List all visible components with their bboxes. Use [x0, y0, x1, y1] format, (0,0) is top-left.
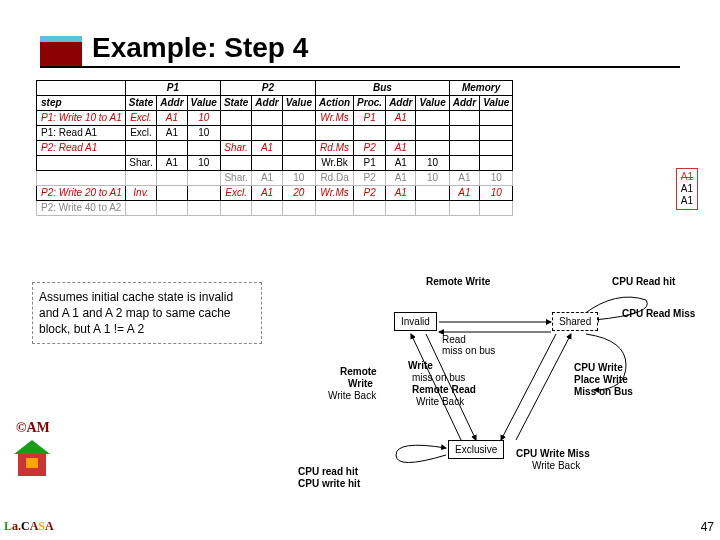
cell: 20 — [282, 186, 315, 201]
lbl-cpu-read-hit2: CPU read hit — [298, 466, 358, 477]
cell — [316, 201, 354, 216]
cell — [37, 171, 126, 186]
cell — [125, 141, 156, 156]
cell — [282, 156, 315, 171]
cell: P1: Read A1 — [37, 126, 126, 141]
cell — [125, 171, 156, 186]
logo-body — [18, 454, 46, 476]
table-row: P2: Write 40 to A2 — [37, 201, 513, 216]
cell — [316, 126, 354, 141]
cell — [416, 141, 449, 156]
cell: Rd.Da — [316, 171, 354, 186]
cell — [282, 201, 315, 216]
cell — [449, 156, 479, 171]
cell: A1 — [386, 171, 416, 186]
lbl-write-back2: Write Back — [416, 396, 464, 407]
svg-line-5 — [516, 334, 571, 440]
title-accent-bar — [40, 42, 82, 68]
cell — [220, 156, 251, 171]
cell: A1 — [157, 126, 187, 141]
hdr-p2: P2 — [220, 81, 315, 96]
cell: A1 — [386, 186, 416, 201]
assumption-text: Assumes initial cache state is invalid a… — [32, 282, 262, 344]
cell: Wr.Bk — [316, 156, 354, 171]
cell: Shar. — [220, 171, 251, 186]
lbl-cpu-write-miss: CPU Write Miss — [516, 448, 590, 459]
cell: 10 — [187, 156, 220, 171]
cell: A1 — [252, 186, 282, 201]
cell — [416, 201, 449, 216]
hdr-bus: Bus — [316, 81, 450, 96]
cell: Excl. — [220, 186, 251, 201]
col-state: State — [220, 96, 251, 111]
cell — [480, 201, 513, 216]
lbl-cpu-write: CPU Write — [574, 362, 623, 373]
hdr-mem: Memory — [449, 81, 513, 96]
table-row: P2: Write 20 to A1Inv.Excl.A120Wr.MsP2A1… — [37, 186, 513, 201]
lbl-write2: Write — [348, 378, 373, 389]
cell: Excl. — [125, 111, 156, 126]
cell: 10 — [282, 171, 315, 186]
copyright: ©AM — [16, 420, 50, 436]
memory-annotation: A1 A1 A1 — [676, 168, 698, 210]
cell: A1 — [386, 141, 416, 156]
cell: P2: Write 20 to A1 — [37, 186, 126, 201]
cell — [220, 201, 251, 216]
cell — [449, 141, 479, 156]
cell: A1 — [252, 171, 282, 186]
cell — [157, 141, 187, 156]
cell: A1 — [386, 111, 416, 126]
cell: Wr.Ms — [316, 111, 354, 126]
cell: A1 — [449, 186, 479, 201]
col-action: Action — [316, 96, 354, 111]
col-addr: Addr — [252, 96, 282, 111]
cell: Shar. — [220, 141, 251, 156]
cell — [449, 201, 479, 216]
cell — [480, 126, 513, 141]
lbl-cpu-write-hit: CPU write hit — [298, 478, 360, 489]
cell — [187, 141, 220, 156]
cell — [220, 126, 251, 141]
lbl-cpu-read-hit: CPU Read hit — [612, 276, 675, 287]
cell — [354, 126, 386, 141]
cell: 10 — [480, 171, 513, 186]
col-state: State — [125, 96, 156, 111]
col-value: Value — [187, 96, 220, 111]
title-underline — [40, 66, 680, 68]
lbl-place-write: Place Write — [574, 374, 628, 385]
table-row: P1: Read A1Excl.A110 — [37, 126, 513, 141]
table-row: Shar.A110Wr.BkP1A110 — [37, 156, 513, 171]
cell: 10 — [416, 156, 449, 171]
cell: P2 — [354, 171, 386, 186]
cell — [187, 201, 220, 216]
cell — [282, 126, 315, 141]
cell: Excl. — [125, 126, 156, 141]
cell — [480, 156, 513, 171]
cell: A1 — [386, 156, 416, 171]
lbl-remote-write-top: Remote Write — [426, 276, 490, 287]
lbl-remote: Remote — [340, 366, 377, 377]
col-step: step — [37, 96, 126, 111]
cell — [282, 141, 315, 156]
cell: A1 — [449, 171, 479, 186]
lacasa-text: La.CASA — [4, 519, 54, 534]
cell — [157, 171, 187, 186]
page-number: 47 — [701, 520, 714, 534]
cell — [480, 111, 513, 126]
col-proc.: Proc. — [354, 96, 386, 111]
cell: P2: Read A1 — [37, 141, 126, 156]
col-value: Value — [282, 96, 315, 111]
mem-a1-2: A1 — [681, 183, 693, 195]
lacasa-logo — [14, 440, 50, 484]
lbl-remote-read: Remote Read — [412, 384, 476, 395]
lacasa-a3: A — [45, 519, 54, 533]
table-head: P1 P2 Bus Memory stepStateAddrValueState… — [37, 81, 513, 111]
lbl-write-back3: Write Back — [532, 460, 580, 471]
cell — [416, 126, 449, 141]
cell — [187, 186, 220, 201]
cell: Inv. — [125, 186, 156, 201]
mem-a1-3: A1 — [681, 195, 693, 207]
cell: P1 — [354, 156, 386, 171]
col-value: Value — [480, 96, 513, 111]
cell — [157, 201, 187, 216]
